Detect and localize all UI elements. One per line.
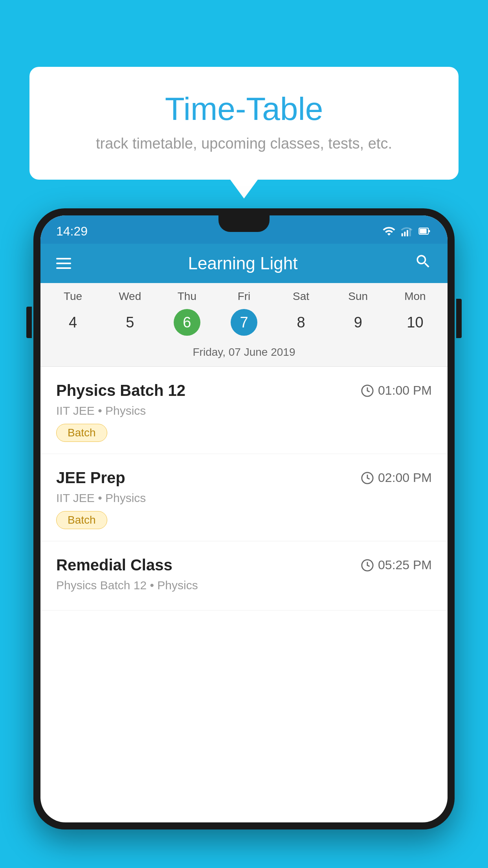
svg-rect-1 (404, 232, 405, 236)
day-mon[interactable]: Mon (387, 290, 444, 303)
signal-icon (400, 225, 413, 237)
schedule-item-title-3: Remedial Class (56, 556, 172, 574)
day-sat[interactable]: Sat (273, 290, 330, 303)
dates-row: 4 5 6 7 8 9 (40, 306, 448, 343)
phone-wrapper: 14:29 (33, 208, 455, 868)
date-cell-9[interactable]: 9 (330, 309, 387, 336)
app-bar: Learning Light (40, 244, 448, 283)
batch-tag-1: Batch (56, 424, 107, 442)
schedule-item-time-2: 02:00 PM (361, 471, 432, 485)
schedule-item-header-2: JEE Prep 02:00 PM (56, 469, 432, 487)
days-header: Tue Wed Thu Fri Sat Sun Mon (40, 283, 448, 306)
clock-icon-3 (361, 559, 374, 572)
svg-rect-0 (402, 233, 403, 236)
date-cell-6-today[interactable]: 6 (158, 309, 215, 336)
wifi-icon (382, 224, 396, 238)
schedule-item-header-3: Remedial Class 05:25 PM (56, 556, 432, 574)
speech-bubble-card: Time-Table track timetable, upcoming cla… (29, 67, 459, 180)
batch-tag-2: Batch (56, 511, 107, 529)
hamburger-menu-button[interactable] (56, 258, 71, 269)
schedule-item-time-text-1: 01:00 PM (378, 383, 432, 398)
calendar-section: Tue Wed Thu Fri Sat Sun Mon 4 5 (40, 283, 448, 367)
clock-icon-2 (361, 471, 374, 485)
speech-bubble-title: Time-Table (49, 90, 439, 127)
phone-screen: 14:29 (40, 215, 448, 822)
schedule-item-subtitle-3: Physics Batch 12 • Physics (56, 579, 432, 592)
schedule-item-header-1: Physics Batch 12 01:00 PM (56, 382, 432, 399)
date-cell-7-selected[interactable]: 7 (215, 309, 272, 336)
speech-bubble-subtitle: track timetable, upcoming classes, tests… (49, 135, 439, 152)
schedule-item-time-3: 05:25 PM (361, 558, 432, 572)
schedule-item-2[interactable]: JEE Prep 02:00 PM IIT JEE • Physics Batc… (40, 454, 448, 541)
search-icon (415, 253, 432, 270)
status-time: 14:29 (56, 224, 88, 239)
svg-rect-5 (420, 229, 426, 234)
battery-icon (418, 225, 432, 237)
day-tue[interactable]: Tue (44, 290, 101, 303)
schedule-item-time-1: 01:00 PM (361, 383, 432, 398)
svg-rect-2 (407, 230, 408, 236)
day-thu[interactable]: Thu (158, 290, 215, 303)
schedule-list: Physics Batch 12 01:00 PM IIT JEE • Phys… (40, 367, 448, 611)
schedule-item-time-text-2: 02:00 PM (378, 471, 432, 485)
schedule-item-subtitle-2: IIT JEE • Physics (56, 491, 432, 505)
app-title: Learning Light (188, 254, 298, 273)
svg-rect-3 (409, 228, 411, 236)
phone-notch (218, 215, 270, 232)
clock-icon-1 (361, 384, 374, 397)
schedule-item-time-text-3: 05:25 PM (378, 558, 432, 572)
date-cell-4[interactable]: 4 (44, 309, 101, 336)
schedule-item-subtitle-1: IIT JEE • Physics (56, 404, 432, 417)
day-fri[interactable]: Fri (215, 290, 272, 303)
status-icons (382, 224, 432, 238)
date-cell-5[interactable]: 5 (101, 309, 158, 336)
phone-outer: 14:29 (33, 208, 455, 829)
svg-rect-6 (428, 230, 430, 232)
search-button[interactable] (415, 253, 432, 274)
day-wed[interactable]: Wed (101, 290, 158, 303)
schedule-item-title-2: JEE Prep (56, 469, 125, 487)
selected-date-label: Friday, 07 June 2019 (40, 343, 448, 367)
schedule-item-title-1: Physics Batch 12 (56, 382, 185, 399)
date-cell-8[interactable]: 8 (273, 309, 330, 336)
day-sun[interactable]: Sun (330, 290, 387, 303)
schedule-item-3[interactable]: Remedial Class 05:25 PM Physics Batch 12… (40, 541, 448, 611)
schedule-item-1[interactable]: Physics Batch 12 01:00 PM IIT JEE • Phys… (40, 367, 448, 454)
date-cell-10[interactable]: 10 (387, 309, 444, 336)
